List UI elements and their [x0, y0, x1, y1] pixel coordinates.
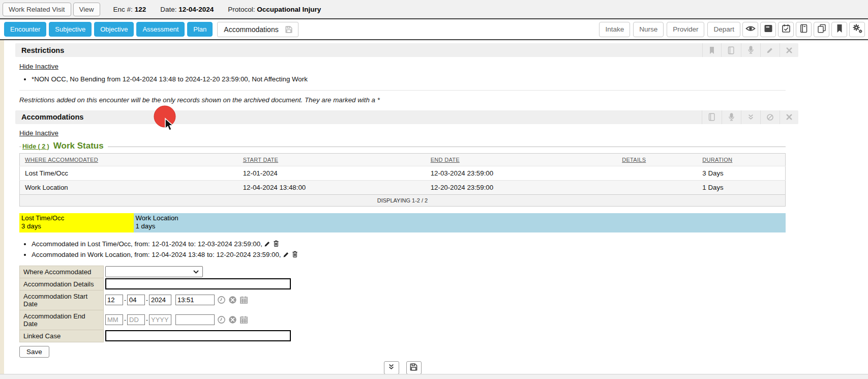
calendar-check-icon-button[interactable]	[778, 22, 794, 37]
restrictions-header: Restrictions	[15, 43, 798, 57]
where-accommodated-select[interactable]	[105, 266, 203, 277]
accommodation-end-date-label: Accommodation End Date	[19, 310, 104, 330]
accommodation-details-input[interactable]	[105, 278, 291, 289]
accommodations-hide-inactive-link[interactable]: Hide Inactive	[19, 129, 58, 137]
accommodation-entries: Accommodated in Lost Time/Occ, from: 12-…	[19, 240, 798, 260]
book-icon[interactable]	[721, 43, 741, 57]
end-day-input[interactable]	[127, 314, 145, 325]
calendar-check-icon	[782, 24, 791, 35]
pencil-icon[interactable]	[264, 240, 271, 250]
enc-number: Enc #: 122	[113, 6, 146, 13]
col-start-date[interactable]: START DATE	[238, 153, 426, 166]
intake-button[interactable]: Intake	[599, 22, 630, 37]
chevrons-down-icon	[387, 363, 395, 372]
encounter-info: Enc #: 122 Date: 12-04-2024 Protocol: Oc…	[113, 6, 333, 13]
tab-accommodations-active[interactable]: Accommodations	[217, 22, 298, 37]
start-year-input[interactable]	[149, 295, 171, 305]
archive-icon-button[interactable]	[760, 22, 776, 37]
col-details[interactable]: DETAILS	[617, 153, 697, 166]
eye-icon-button[interactable]	[742, 22, 758, 37]
restriction-item: *NON OCC, No Bending from 12-04-2024 13:…	[32, 75, 798, 84]
clock-icon[interactable]	[217, 315, 226, 324]
calendar-icon[interactable]	[240, 315, 248, 324]
linked-case-label: Linked Case	[19, 330, 104, 342]
tab-encounter[interactable]: Encounter	[4, 22, 46, 37]
restrictions-note: Restrictions added on this encounter wil…	[19, 96, 798, 104]
restrictions-hide-inactive-link[interactable]: Hide Inactive	[19, 63, 58, 70]
depart-button[interactable]: Depart	[707, 22, 740, 37]
work-status-hide-link[interactable]: Hide ( 2 )	[22, 143, 49, 150]
col-duration[interactable]: DURATION	[697, 153, 785, 166]
trash-icon[interactable]	[273, 240, 280, 250]
pencil-icon[interactable]	[283, 251, 290, 260]
clear-icon[interactable]	[228, 296, 237, 304]
accommodations-header-icons	[702, 110, 798, 124]
bookmark-icon-button[interactable]	[831, 22, 847, 37]
left-accent-strip	[0, 40, 4, 374]
restrictions-header-icons	[702, 43, 798, 57]
bookmark-icon[interactable]	[702, 43, 721, 57]
save-section-button[interactable]	[406, 361, 422, 374]
pencil-icon[interactable]	[760, 43, 780, 57]
col-where-accommodated[interactable]: WHERE ACCOMMODATED	[20, 153, 238, 166]
save-button[interactable]: Save	[19, 346, 49, 358]
tab-assessment[interactable]: Assessment	[136, 22, 185, 37]
tab-subjective[interactable]: Subjective	[49, 22, 92, 37]
divider	[19, 90, 786, 91]
start-month-input[interactable]	[105, 295, 123, 305]
nav-bar: Encounter Subjective Objective Assessmen…	[0, 19, 868, 40]
section-footer-controls	[19, 361, 786, 374]
save-floppy-icon	[285, 25, 293, 34]
tab-objective[interactable]: Objective	[94, 22, 134, 37]
clock-icon[interactable]	[217, 296, 226, 304]
clear-icon[interactable]	[228, 315, 237, 324]
microphone-icon[interactable]	[741, 43, 760, 57]
col-end-date[interactable]: END DATE	[426, 153, 617, 166]
nurse-button[interactable]: Nurse	[633, 22, 664, 37]
provider-button[interactable]: Provider	[667, 22, 704, 37]
calendar-icon[interactable]	[240, 296, 248, 304]
accommodation-details-label: Accommodation Details	[19, 278, 104, 290]
close-icon[interactable]	[780, 110, 798, 124]
work-status-fieldset: Hide ( 2 ) Work Status WHERE ACCOMMODATE…	[19, 147, 786, 207]
timeline-segment-work-location: Work Location 1 days	[134, 213, 786, 232]
list-item: Accommodated in Lost Time/Occ, from: 12-…	[32, 240, 798, 250]
restrictions-list: *NON OCC, No Bending from 12-04-2024 13:…	[19, 75, 798, 84]
accommodation-form: Where Accommodated Accommodation Details…	[19, 266, 798, 342]
work-status-legend: Work Status	[53, 141, 104, 151]
end-year-input[interactable]	[149, 314, 171, 325]
close-icon[interactable]	[780, 43, 798, 57]
accommodation-start-date-label: Accommodation Start Date	[19, 290, 104, 310]
start-time-input[interactable]	[175, 295, 215, 305]
book-icon[interactable]	[702, 110, 722, 124]
eye-icon	[745, 24, 756, 35]
book-icon-button[interactable]	[796, 22, 812, 37]
enc-date: Date: 12-04-2024	[160, 6, 214, 13]
collapse-down-button[interactable]	[384, 361, 399, 374]
protocol: Protocol: Occupational Injury	[228, 6, 321, 13]
gears-icon-button[interactable]	[849, 22, 865, 37]
where-accommodated-label: Where Accommodated	[19, 266, 104, 278]
end-month-input[interactable]	[105, 314, 123, 325]
work-related-visit-button[interactable]: Work Related Visit	[3, 3, 71, 16]
gears-icon	[852, 23, 862, 35]
view-button[interactable]: View	[73, 3, 100, 16]
save-floppy-icon	[409, 363, 418, 373]
main-content: Restrictions Hide Inactive *NON OCC, No …	[0, 40, 868, 379]
collapse-down-icon[interactable]	[741, 110, 760, 124]
copy-icon-button[interactable]	[814, 22, 829, 37]
linked-case-input[interactable]	[105, 330, 291, 341]
bookmark-icon	[835, 24, 844, 35]
microphone-icon[interactable]	[722, 110, 741, 124]
disable-icon[interactable]	[760, 110, 780, 124]
work-status-table: WHERE ACCOMMODATED START DATE END DATE D…	[19, 153, 786, 207]
table-paging-status: DISPLAYING 1-2 / 2	[20, 194, 786, 206]
tab-plan[interactable]: Plan	[187, 22, 213, 37]
book-icon	[799, 24, 809, 35]
chevron-down-icon	[193, 270, 199, 274]
trash-icon[interactable]	[291, 250, 298, 260]
end-time-input[interactable]	[175, 314, 215, 325]
start-day-input[interactable]	[127, 295, 145, 305]
timeline-segment-lost-time: Lost Time/Occ 3 days	[19, 213, 134, 232]
restrictions-title: Restrictions	[21, 46, 64, 54]
